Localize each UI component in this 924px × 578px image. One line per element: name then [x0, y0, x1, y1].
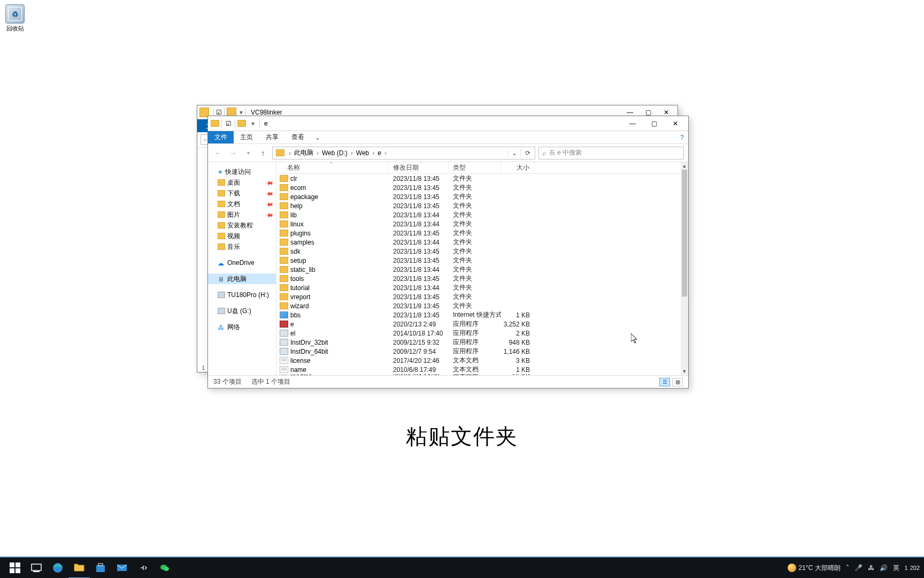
nav-quick-item[interactable]: 音乐 [208, 241, 276, 252]
start-button[interactable] [4, 557, 26, 578]
address-bar[interactable]: › 此电脑 › Web (D:) › Web › e › ⌄ ⟳ [272, 147, 535, 159]
file-row[interactable]: vreport2023/11/8 13:45文件夹 [276, 292, 681, 301]
folder-icon [280, 175, 288, 182]
nav-back-button[interactable]: ← [212, 147, 224, 159]
search-input[interactable]: ⌕ 在 e 中搜索 [538, 147, 684, 159]
network-icon[interactable]: 🖧 [868, 564, 874, 572]
ime-indicator[interactable]: 英 [893, 564, 899, 573]
nav-onedrive[interactable]: ☁OneDrive [208, 257, 276, 268]
mail-button[interactable] [111, 557, 133, 578]
exe-icon [280, 348, 288, 355]
wechat-button[interactable] [154, 557, 175, 578]
file-row[interactable]: el2014/10/18 17:40应用程序2 KB [276, 329, 681, 338]
file-row[interactable]: linux2023/11/8 13:44文件夹 [276, 219, 681, 229]
file-date: 2023/11/8 13:45 [389, 275, 449, 283]
col-header-size[interactable]: 大小 [501, 162, 534, 173]
file-row[interactable]: license2017/4/20 12:46文本文档3 KB [276, 356, 681, 365]
edge-button[interactable] [47, 557, 68, 578]
file-date: 2023/11/8 13:45 [389, 230, 449, 237]
nav-quick-item[interactable]: 下载📌 [208, 188, 276, 199]
file-explorer-button[interactable] [68, 557, 90, 578]
nav-quick-item[interactable]: 桌面📌 [208, 177, 276, 188]
nav-recent-button[interactable]: ▾ [242, 147, 254, 159]
breadcrumb[interactable]: 此电脑 [292, 148, 315, 157]
view-details-button[interactable]: ☰ [659, 378, 670, 386]
tray-overflow-button[interactable]: ˄ [846, 564, 849, 572]
file-row[interactable]: bbs2023/11/8 13:45Internet 快捷方式1 KB [276, 310, 681, 320]
dropdown-icon[interactable]: ▾ [240, 109, 243, 116]
file-list[interactable]: clr2023/11/8 13:45文件夹ecom2023/11/8 13:45… [276, 174, 681, 375]
scroll-down-button[interactable]: ▼ [681, 368, 688, 375]
ribbon-tab-file[interactable]: 文件 [208, 131, 234, 143]
volume-icon[interactable]: 🔊 [880, 564, 888, 572]
scroll-up-button[interactable]: ▲ [681, 162, 688, 170]
nav-quick-item[interactable]: 文档📌 [208, 199, 276, 209]
task-view-button[interactable] [26, 557, 47, 578]
nav-forward-button[interactable]: → [227, 147, 239, 159]
nav-drive[interactable]: U盘 (G:) [208, 306, 276, 316]
nav-quick-item[interactable]: 图片📌 [208, 209, 276, 220]
file-row[interactable]: ecom2023/11/8 13:45文件夹 [276, 183, 681, 192]
file-size: 1 KB [501, 366, 534, 374]
nav-quick-access[interactable]: ★快速访问 [208, 166, 276, 177]
file-row[interactable]: lib2023/11/8 13:44文件夹 [276, 210, 681, 219]
taskbar[interactable]: 21°C 大部晴朗 ˄ 🎤 🖧 🔊 英 1 202 [0, 557, 924, 578]
refresh-button[interactable]: ⟳ [520, 149, 535, 157]
mic-icon[interactable]: 🎤 [854, 564, 863, 572]
nav-up-button[interactable]: ↑ [257, 147, 269, 159]
ribbon-min-icon[interactable]: ⌄ [311, 131, 325, 143]
close-button[interactable]: ✕ [665, 116, 686, 131]
file-row[interactable]: sdk2023/11/8 13:45文件夹 [276, 247, 681, 256]
qat-check-icon[interactable]: ☑ [224, 119, 233, 128]
breadcrumb[interactable]: Web [354, 149, 371, 157]
ribbon-tab-share[interactable]: 共享 [259, 131, 285, 143]
nav-quick-item[interactable]: 视频 [208, 231, 276, 241]
help-icon[interactable]: ? [676, 131, 688, 143]
file-row[interactable]: help2023/11/8 13:45文件夹 [276, 201, 681, 210]
file-row[interactable]: e2020/2/13 2:49应用程序3,252 KB [276, 320, 681, 329]
file-row[interactable]: plugins2023/11/8 13:45文件夹 [276, 229, 681, 238]
breadcrumb[interactable]: e [375, 149, 383, 157]
file-row[interactable]: tools2023/11/8 13:45文件夹 [276, 274, 681, 283]
file-row[interactable]: setup2023/11/8 13:45文件夹 [276, 256, 681, 265]
vertical-scrollbar[interactable]: ▲ ▼ [681, 162, 688, 375]
clock[interactable]: 1 202 [905, 565, 920, 571]
file-row[interactable]: samples2023/11/8 13:44文件夹 [276, 238, 681, 247]
file-row[interactable]: tutorial2023/11/8 13:44文件夹 [276, 283, 681, 292]
nav-this-pc[interactable]: 🖥此电脑 [208, 273, 276, 284]
weather-widget[interactable]: 21°C 大部晴朗 [788, 564, 840, 573]
scroll-thumb[interactable] [682, 170, 687, 296]
file-row[interactable]: static_lib2023/11/8 13:44文件夹 [276, 265, 681, 274]
svg-rect-1 [16, 562, 20, 567]
col-header-date[interactable]: 修改日期 [389, 162, 449, 173]
address-history-button[interactable]: ⌄ [508, 149, 520, 157]
folder-icon [218, 179, 225, 186]
dropdown-icon[interactable]: ▾ [248, 119, 258, 128]
file-row[interactable]: name2010/6/8 17:49文本文档1 KB [276, 365, 681, 374]
nav-network[interactable]: 🖧网络 [208, 322, 276, 332]
navigation-pane[interactable]: ★快速访问 桌面📌 下载📌 文档📌 图片📌 安装教程 视频 音乐 ☁OneDri… [208, 162, 276, 375]
file-row[interactable]: epackage2023/11/8 13:45文件夹 [276, 192, 681, 201]
file-row[interactable]: wizard2023/11/8 13:45文件夹 [276, 301, 681, 310]
app-button-1[interactable] [133, 557, 154, 578]
breadcrumb[interactable]: Web (D:) [320, 149, 350, 157]
file-row[interactable]: InstDrv_64bit2009/12/7 9:54应用程序1,146 KB [276, 347, 681, 356]
scroll-track[interactable] [681, 170, 688, 368]
qat-check-icon[interactable]: ☑ [216, 109, 222, 116]
minimize-button[interactable]: — [622, 116, 643, 131]
nav-drive[interactable]: TU180Pro (H:) [208, 290, 276, 300]
nav-quick-item[interactable]: 安装教程 [208, 220, 276, 231]
recycle-bin[interactable]: ♻ 回收站 [0, 4, 30, 33]
view-tiles-button[interactable]: ▦ [672, 378, 683, 386]
file-date: 2009/12/7 9:54 [389, 348, 449, 355]
ribbon-tab-home[interactable]: 主页 [234, 131, 259, 143]
ribbon-tab-view[interactable]: 查看 [285, 131, 311, 143]
store-button[interactable] [90, 557, 111, 578]
col-header-type[interactable]: 类型 [449, 162, 501, 173]
file-row[interactable]: clr2023/11/8 13:45文件夹 [276, 174, 681, 183]
titlebar[interactable]: ☑ ▾ e — ▢ ✕ [208, 116, 688, 131]
maximize-button[interactable]: ▢ [643, 116, 665, 131]
file-row[interactable]: InstDrv_32bit2009/12/15 9:32应用程序948 KB [276, 338, 681, 347]
recycle-bin-icon: ♻ [5, 4, 25, 24]
col-header-name[interactable]: 名称˄ [276, 162, 389, 173]
